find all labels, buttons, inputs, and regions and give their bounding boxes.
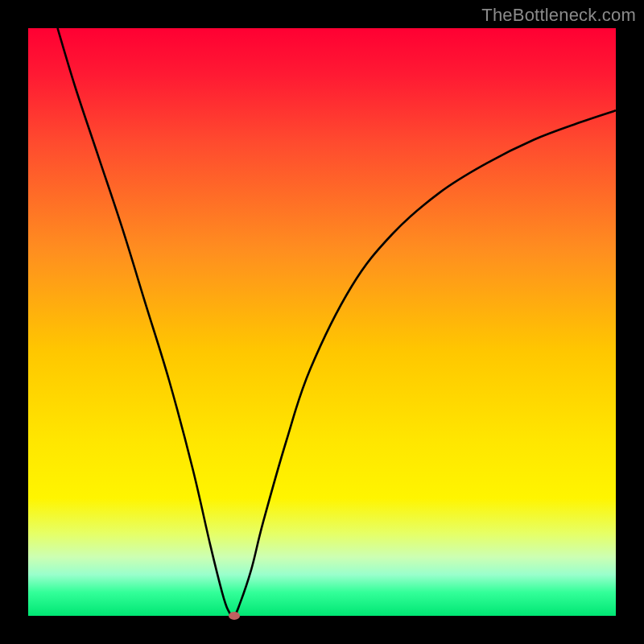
chart-frame: TheBottleneck.com (0, 0, 644, 644)
plot-area (28, 28, 616, 616)
curve-path (58, 28, 617, 616)
watermark-text: TheBottleneck.com (481, 5, 636, 26)
optimal-marker (229, 612, 240, 620)
bottleneck-curve (28, 28, 616, 616)
